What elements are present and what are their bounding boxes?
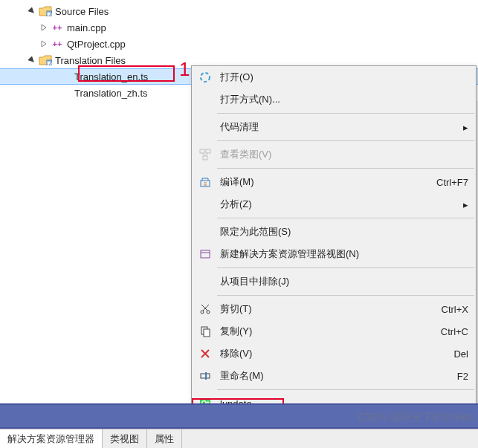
expand-arrow-icon[interactable] xyxy=(39,22,49,33)
bottom-panel-strip xyxy=(0,403,478,429)
tree-label: Translation Files xyxy=(55,55,126,66)
menu-separator xyxy=(217,168,474,169)
svg-rect-4 xyxy=(206,149,210,153)
menu-remove[interactable]: 移除(V) Del xyxy=(192,343,476,365)
bottom-tab-bar: 解决方案资源管理器 类视图 属性 xyxy=(0,429,478,448)
menu-separator xyxy=(217,389,474,390)
menu-rename[interactable]: 重命名(M) F2 xyxy=(192,365,476,387)
menu-separator xyxy=(217,113,474,114)
open-loading-icon xyxy=(195,68,216,86)
svg-point-8 xyxy=(201,311,204,314)
tree-label: QtProject.cpp xyxy=(67,39,126,50)
folder-filter-icon xyxy=(39,54,52,66)
class-diagram-icon xyxy=(195,146,216,163)
menu-view-class-diagram[interactable]: 查看类图(V) xyxy=(192,143,476,166)
menu-analyze[interactable]: 分析(Z) ▸ xyxy=(192,193,476,215)
tab-properties[interactable]: 属性 xyxy=(147,429,182,448)
context-menu: 打开(O) 打开方式(N)... 代码清理 ▸ 查看类图(V) 编译(M) Ct… xyxy=(191,65,477,448)
compile-icon xyxy=(195,173,216,191)
svg-rect-5 xyxy=(203,156,207,160)
menu-open[interactable]: 打开(O) xyxy=(192,66,476,88)
tree-label: main.cpp xyxy=(67,22,106,33)
menu-copy[interactable]: 复制(Y) Ctrl+C xyxy=(192,320,476,343)
rename-icon xyxy=(195,367,216,385)
menu-code-cleanup[interactable]: 代码清理 ▸ xyxy=(192,116,476,138)
folder-filter-icon xyxy=(39,5,52,17)
menu-compile[interactable]: 编译(M) Ctrl+F7 xyxy=(192,171,476,193)
tree-item-source-files[interactable]: Source Files xyxy=(0,3,478,19)
menu-cut[interactable]: 剪切(T) Ctrl+X xyxy=(192,298,476,320)
menu-new-solution-view[interactable]: 新建解决方案资源管理器视图(N) xyxy=(192,243,476,265)
tree-item-main-cpp[interactable]: ++ main.cpp xyxy=(0,19,478,36)
svg-point-9 xyxy=(207,311,210,314)
svg-point-2 xyxy=(201,73,210,82)
copy-icon xyxy=(195,322,216,340)
cpp-file-icon: ++ xyxy=(51,22,64,33)
tree-label: Translation_en.ts xyxy=(74,71,148,82)
menu-separator xyxy=(217,140,474,141)
scissors-icon xyxy=(195,300,216,318)
new-view-icon xyxy=(195,245,216,263)
menu-scope-to-this[interactable]: 限定为此范围(S) xyxy=(192,221,476,243)
menu-separator xyxy=(217,295,474,296)
tree-label: Source Files xyxy=(55,6,109,17)
submenu-arrow-icon: ▸ xyxy=(459,122,468,133)
svg-rect-7 xyxy=(201,250,210,258)
svg-rect-3 xyxy=(200,149,204,153)
menu-separator xyxy=(217,267,474,268)
svg-rect-6 xyxy=(201,181,210,186)
tab-solution-explorer[interactable]: 解决方案资源管理器 xyxy=(0,429,103,448)
collapse-arrow-icon[interactable] xyxy=(27,55,37,65)
cpp-file-icon: ++ xyxy=(51,38,64,50)
tab-class-view[interactable]: 类视图 xyxy=(103,429,147,448)
menu-separator xyxy=(217,218,474,218)
menu-open-with[interactable]: 打开方式(N)... xyxy=(192,88,476,111)
expand-arrow-icon[interactable] xyxy=(39,39,49,49)
svg-rect-11 xyxy=(204,329,210,337)
delete-x-icon xyxy=(195,345,216,363)
tree-item-qtproject-cpp[interactable]: ++ QtProject.cpp xyxy=(0,36,478,52)
submenu-arrow-icon: ▸ xyxy=(459,199,468,210)
tree-label: Translation_zh.ts xyxy=(74,88,148,99)
menu-exclude[interactable]: 从项目中排除(J) xyxy=(192,270,476,293)
collapse-arrow-icon[interactable] xyxy=(27,6,37,16)
